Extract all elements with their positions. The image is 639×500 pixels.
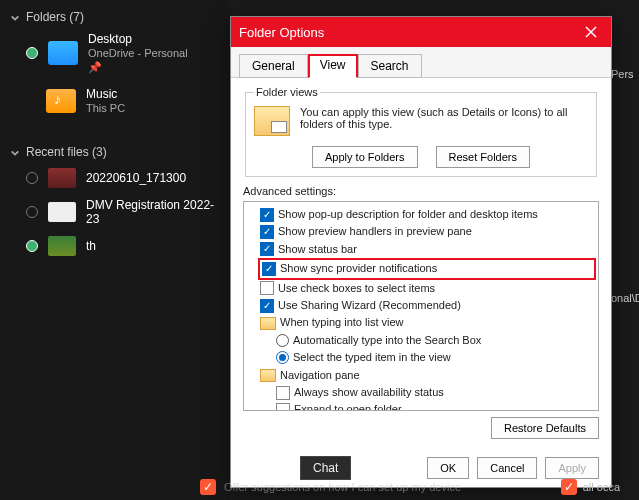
chevron-down-icon <box>10 147 20 157</box>
folder-views-blurb: You can apply this view (such as Details… <box>300 106 588 130</box>
setting-label: Expand to open folder <box>294 402 402 411</box>
advanced-settings-list[interactable]: Show pop-up description for folder and d… <box>243 201 599 411</box>
checkbox-icon[interactable] <box>260 208 274 222</box>
chevron-down-icon <box>10 12 20 22</box>
occasion-checkbox[interactable]: ✓ <box>561 479 577 495</box>
advanced-setting-item[interactable]: Navigation pane <box>246 367 596 384</box>
folder-subtitle: OneDrive - Personal <box>88 47 188 61</box>
advanced-setting-item[interactable]: Use Sharing Wizard (Recommended) <box>246 297 596 314</box>
recent-header-label: Recent files (3) <box>26 145 107 159</box>
advanced-setting-item[interactable]: Show sync provider notifications <box>258 258 596 279</box>
occasion-label: all occa <box>583 481 620 493</box>
advanced-setting-item[interactable]: Show pop-up description for folder and d… <box>246 206 596 223</box>
doc-thumb-icon <box>48 202 76 222</box>
advanced-setting-item[interactable]: Show status bar <box>246 241 596 258</box>
image-thumb-icon <box>48 236 76 256</box>
setting-label: Show sync provider notifications <box>280 261 437 276</box>
group-folder-icon <box>260 369 276 382</box>
setting-label: Show pop-up description for folder and d… <box>278 207 538 222</box>
recent-name: 20220610_171300 <box>86 171 186 185</box>
recent-section-header[interactable]: Recent files (3) <box>8 141 222 163</box>
restore-defaults-button[interactable]: Restore Defaults <box>491 417 599 439</box>
advanced-setting-item[interactable]: Automatically type into the Search Box <box>246 332 596 349</box>
folder-item-desktop[interactable]: Desktop OneDrive - Personal 📌 <box>8 28 222 83</box>
folder-options-dialog: Folder Options General View Search Folde… <box>230 16 612 488</box>
recent-name: DMV Registration 2022-23 <box>86 198 220 226</box>
advanced-setting-item[interactable]: Use check boxes to select items <box>246 280 596 297</box>
checkbox-icon[interactable] <box>260 299 274 313</box>
music-folder-icon <box>46 89 76 113</box>
setting-label: Use Sharing Wizard (Recommended) <box>278 298 461 313</box>
dialog-title: Folder Options <box>239 25 324 40</box>
tab-view[interactable]: View <box>308 54 358 78</box>
setting-label: Automatically type into the Search Box <box>293 333 481 348</box>
folders-header-label: Folders (7) <box>26 10 84 24</box>
folder-title: Desktop <box>88 32 188 47</box>
suggestion-checkbox[interactable]: ✓ <box>200 479 216 495</box>
obscured-right-column: Pers onal\De <box>611 52 639 320</box>
folder-item-music[interactable]: Music This PC <box>8 83 222 124</box>
setting-label: Select the typed item in the view <box>293 350 451 365</box>
setting-label: Always show availability status <box>294 385 444 400</box>
advanced-setting-item[interactable]: When typing into list view <box>246 314 596 331</box>
setting-label: Show preview handlers in preview pane <box>278 224 472 239</box>
checkbox-icon[interactable] <box>262 262 276 276</box>
recent-item[interactable]: 20220610_171300 <box>8 163 222 193</box>
checkbox-icon[interactable] <box>260 225 274 239</box>
setting-label: Navigation pane <box>280 368 360 383</box>
explorer-side-panel: Folders (7) Desktop OneDrive - Personal … <box>0 0 230 500</box>
folder-views-group: Folder views You can apply this view (su… <box>245 86 597 177</box>
recent-name: th <box>86 239 96 253</box>
group-folder-icon <box>260 317 276 330</box>
checkbox-icon[interactable] <box>276 403 290 411</box>
sync-status-icon <box>26 47 38 59</box>
dialog-tabs: General View Search <box>231 47 611 78</box>
folder-icon <box>48 41 78 65</box>
status-icon <box>26 172 38 184</box>
checkbox-icon[interactable] <box>260 242 274 256</box>
advanced-setting-item[interactable]: Expand to open folder <box>246 401 596 411</box>
radio-icon[interactable] <box>276 334 289 347</box>
folder-views-legend: Folder views <box>254 86 320 98</box>
suggestion-text: Offer suggestions on how I can set up my… <box>224 481 461 493</box>
pin-icon: 📌 <box>88 61 188 75</box>
folder-subtitle: This PC <box>86 102 125 116</box>
advanced-settings-label: Advanced settings: <box>243 185 599 197</box>
checkbox-icon[interactable] <box>276 386 290 400</box>
apply-to-folders-button[interactable]: Apply to Folders <box>312 146 417 168</box>
advanced-setting-item[interactable]: Always show availability status <box>246 384 596 401</box>
settings-suggestion-row: ✓ Offer suggestions on how I can set up … <box>200 474 620 500</box>
recent-item[interactable]: th <box>8 231 222 261</box>
setting-label: Use check boxes to select items <box>278 281 435 296</box>
video-thumb-icon <box>48 168 76 188</box>
setting-label: When typing into list view <box>280 315 404 330</box>
folders-section-header[interactable]: Folders (7) <box>8 6 222 28</box>
advanced-setting-item[interactable]: Select the typed item in the view <box>246 349 596 366</box>
radio-icon[interactable] <box>276 351 289 364</box>
tab-general[interactable]: General <box>239 54 308 78</box>
sync-status-icon <box>26 240 38 252</box>
setting-label: Show status bar <box>278 242 357 257</box>
folder-views-icon <box>254 106 290 136</box>
recent-item[interactable]: DMV Registration 2022-23 <box>8 193 222 231</box>
close-button[interactable] <box>579 20 603 44</box>
reset-folders-button[interactable]: Reset Folders <box>436 146 530 168</box>
status-icon <box>26 206 38 218</box>
close-icon <box>585 26 597 38</box>
folder-title: Music <box>86 87 125 102</box>
dialog-titlebar[interactable]: Folder Options <box>231 17 611 47</box>
advanced-setting-item[interactable]: Show preview handlers in preview pane <box>246 223 596 240</box>
tab-search[interactable]: Search <box>358 54 422 78</box>
checkbox-icon[interactable] <box>260 281 274 295</box>
